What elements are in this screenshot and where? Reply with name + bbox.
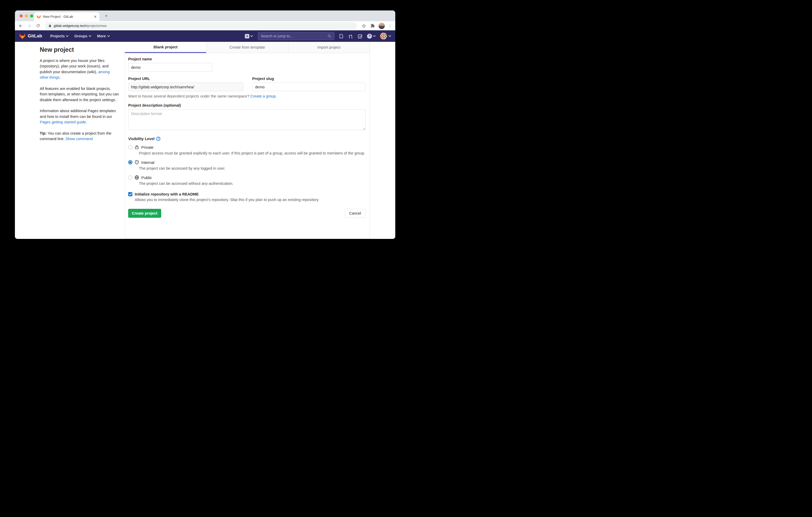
search-placeholder: Search or jump to...: [261, 34, 293, 38]
close-window-button[interactable]: [20, 14, 23, 18]
issues-icon[interactable]: [339, 34, 344, 39]
visibility-help-icon[interactable]: ?: [156, 137, 161, 141]
help-menu[interactable]: ?: [367, 34, 376, 39]
sidebar-tip: Tip: You can also create a project from …: [40, 131, 119, 142]
chevron-down-icon: [388, 35, 391, 37]
sidebar-help-text: New project A project is where you house…: [40, 45, 119, 239]
browser-tab-strip: New Project · GitLab ✕ +: [15, 10, 395, 21]
lock-icon: [135, 145, 139, 150]
new-menu-button[interactable]: +: [245, 34, 253, 38]
tab-import-project[interactable]: Import project: [288, 42, 370, 53]
visibility-option-public: Public The project can be accessed witho…: [128, 175, 366, 186]
sidebar-paragraph: Information about additional Pages templ…: [40, 108, 119, 125]
project-type-tabs: Blank project Create from template Impor…: [125, 42, 370, 53]
back-icon[interactable]: [18, 23, 23, 29]
help-icon: ?: [367, 34, 372, 39]
url-text: gitlab.widgetcorp.tech/projects/new: [54, 24, 107, 28]
blank-project-form: Project name Project URL Project slug Wa…: [125, 53, 370, 239]
nav-projects[interactable]: Projects: [47, 32, 71, 40]
chevron-down-icon: [107, 35, 110, 37]
sidebar-paragraph: A project is where you house your files …: [40, 58, 119, 81]
visibility-option-desc: The project can be accessed by any logge…: [139, 166, 366, 171]
minimize-window-button[interactable]: [25, 14, 28, 18]
new-tab-button[interactable]: +: [103, 13, 109, 19]
visibility-level-label: Visibility Level: [128, 137, 154, 141]
gitlab-logo[interactable]: GitLab: [19, 33, 42, 39]
extensions-puzzle-icon[interactable]: [370, 23, 375, 29]
readme-label: Initialize repository with a README: [135, 192, 199, 196]
project-description-label: Project description (optional): [128, 103, 366, 108]
pages-guide-link[interactable]: Pages getting started guide: [40, 120, 86, 124]
browser-menu-icon[interactable]: ⋮: [388, 24, 392, 28]
plus-menu-icon: +: [245, 34, 249, 38]
project-name-label: Project name: [128, 57, 366, 61]
readme-checkbox[interactable]: [128, 192, 133, 196]
new-project-panel: Blank project Create from template Impor…: [125, 42, 370, 239]
browser-window: New Project · GitLab ✕ + gitlab.widgetco…: [15, 10, 395, 239]
internal-radio[interactable]: [128, 160, 133, 164]
private-radio[interactable]: [128, 145, 133, 149]
create-group-link[interactable]: Create a group.: [250, 94, 277, 98]
chevron-down-icon: [89, 35, 91, 37]
chevron-down-icon: [250, 35, 253, 37]
nav-groups[interactable]: Groups: [71, 32, 94, 40]
nav-more[interactable]: More: [94, 32, 113, 40]
shield-icon: [135, 160, 139, 165]
traffic-lights: [20, 14, 33, 18]
browser-toolbar: gitlab.widgetcorp.tech/projects/new ⋮: [15, 21, 395, 30]
namespace-hint: Want to house several dependent projects…: [128, 94, 366, 98]
maximize-window-button[interactable]: [30, 14, 33, 18]
address-bar[interactable]: gitlab.widgetcorp.tech/projects/new: [45, 22, 357, 30]
globe-icon: [135, 175, 139, 180]
user-menu[interactable]: [380, 33, 391, 39]
sidebar-paragraph: All features are enabled for blank proje…: [40, 86, 119, 103]
visibility-option-name: Internal: [141, 160, 154, 165]
gitlab-favicon: [37, 15, 41, 19]
project-url-input[interactable]: [128, 83, 243, 91]
page-title: New project: [40, 45, 119, 54]
project-url-label: Project URL: [128, 77, 243, 81]
tab-blank-project[interactable]: Blank project: [125, 42, 206, 53]
project-description-input[interactable]: [128, 109, 366, 130]
project-name-input[interactable]: [128, 63, 212, 71]
chevron-down-icon: [66, 35, 68, 37]
todo-icon[interactable]: [357, 34, 362, 39]
tab-title: New Project · GitLab: [43, 15, 92, 19]
project-slug-input[interactable]: [252, 83, 366, 91]
brand-name: GitLab: [28, 33, 42, 39]
visibility-option-private: Private Project access must be granted e…: [128, 145, 366, 156]
project-slug-label: Project slug: [252, 77, 366, 81]
visibility-option-desc: The project can be accessed without any …: [139, 181, 366, 186]
avatar: [380, 33, 387, 39]
gitlab-navbar: GitLab Projects Groups More + Search or …: [15, 30, 395, 42]
tab-close-icon[interactable]: ✕: [94, 15, 97, 19]
browser-tab[interactable]: New Project · GitLab ✕: [34, 12, 99, 21]
page-content: New project A project is where you house…: [15, 42, 395, 239]
visibility-option-internal: Internal The project can be accessed by …: [128, 160, 366, 171]
lock-icon: [49, 24, 52, 27]
check-icon: [129, 193, 132, 195]
search-input[interactable]: Search or jump to...: [258, 32, 334, 40]
chevron-down-icon: [373, 35, 376, 37]
readme-desc: Allows you to immediately clone this pro…: [135, 197, 366, 202]
public-radio[interactable]: [128, 175, 133, 180]
gitlab-tanuki-icon: [19, 33, 26, 39]
reload-icon[interactable]: [35, 23, 40, 29]
browser-profile-avatar[interactable]: [379, 23, 385, 29]
visibility-option-desc: Project access must be granted explicitl…: [139, 151, 366, 156]
search-icon: [327, 34, 331, 38]
visibility-option-name: Private: [141, 145, 153, 150]
show-command-link[interactable]: Show command: [65, 137, 93, 141]
visibility-option-name: Public: [141, 175, 152, 180]
create-project-button[interactable]: Create project: [128, 209, 161, 218]
forward-icon[interactable]: [27, 23, 32, 29]
cancel-button[interactable]: Cancel: [345, 209, 366, 218]
bookmark-star-icon[interactable]: [361, 23, 367, 29]
merge-request-icon[interactable]: [348, 34, 353, 39]
tab-create-from-template[interactable]: Create from template: [206, 42, 288, 53]
